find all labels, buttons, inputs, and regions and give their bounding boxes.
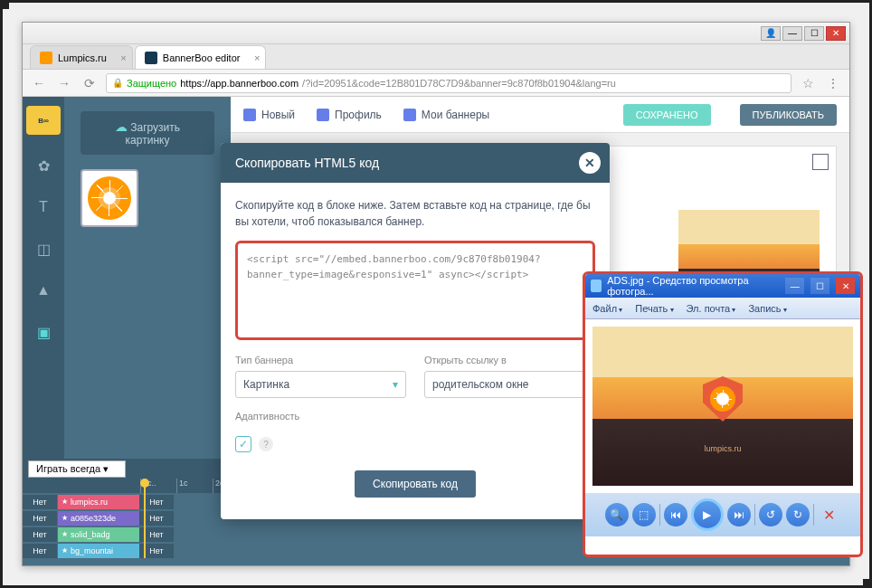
secure-label: Защищено	[127, 78, 176, 89]
tab-bannerboo[interactable]: BannerBoo editor ×	[135, 45, 267, 69]
separator	[754, 504, 755, 526]
url-host: https://app.bannerboo.com	[180, 78, 299, 89]
lock-icon: 🔒	[112, 78, 123, 88]
favicon-icon	[145, 52, 157, 64]
open-link-label: Открыть ссылку в	[424, 355, 595, 365]
top-toolbar: Новый Профиль Мои баннеры СОХРАНЕНО ПУБЛ…	[231, 97, 849, 133]
app-logo[interactable]: B∞	[26, 106, 61, 135]
star-icon: ★	[62, 544, 68, 558]
shape-icon[interactable]: ◫	[33, 238, 54, 260]
image-caption: lumpics.ru	[592, 444, 853, 453]
grid-icon	[403, 109, 416, 121]
star-icon[interactable]: ☆	[799, 74, 817, 92]
menu-file[interactable]: Файл	[592, 303, 622, 314]
copy-code-button[interactable]: Скопировать код	[355, 470, 476, 498]
zoom-out-button[interactable]: 🔍	[605, 503, 629, 526]
person-icon	[317, 109, 329, 121]
viewer-image: lumpics.ru	[592, 327, 853, 486]
star-icon: ★	[62, 495, 68, 509]
open-link-select[interactable]: родительском окне	[424, 371, 595, 398]
menu-email[interactable]: Эл. почта	[687, 303, 736, 314]
settings-icon[interactable]: ✿	[33, 155, 54, 176]
upload-button[interactable]: ☁ Загрузить картинку	[81, 111, 214, 155]
expand-icon[interactable]	[812, 154, 829, 170]
menu-icon[interactable]: ⋮	[824, 74, 842, 92]
rotate-left-button[interactable]: ↺	[759, 503, 782, 526]
code-textarea[interactable]: <script src="//embed.bannerboo.com/9c870…	[235, 241, 595, 340]
browser-tabs: Lumpics.ru × BannerBoo editor ×	[23, 44, 849, 70]
modal-close-button[interactable]: ✕	[579, 152, 601, 174]
publish-button[interactable]: ПУБЛИКОВАТЬ	[740, 104, 837, 126]
next-button[interactable]: ⏭	[727, 503, 751, 526]
star-icon: ★	[62, 527, 68, 542]
saved-button[interactable]: СОХРАНЕНО	[623, 104, 711, 126]
profile-button[interactable]: Профиль	[317, 109, 382, 121]
track-name: ★bg_mountai	[58, 544, 139, 558]
window-titlebar: 👤 — ☐ ✕	[23, 23, 849, 44]
slideshow-button[interactable]: ▶	[691, 498, 724, 531]
address-bar: ← → ⟳ 🔒 Защищено https://app.bannerboo.c…	[23, 70, 849, 97]
modal-title: Скопировать HTML5 код	[235, 156, 379, 170]
orange-icon	[88, 176, 131, 220]
adaptive-label: Адаптивность	[235, 411, 595, 422]
menu-print[interactable]: Печать	[635, 303, 673, 314]
minimize-button[interactable]: —	[785, 278, 804, 294]
person-icon[interactable]: 👤	[761, 26, 781, 41]
delete-button[interactable]: ✕	[818, 503, 841, 526]
copy-code-modal: Скопировать HTML5 код ✕ Скопируйте код в…	[221, 143, 610, 519]
modal-body: Скопируйте код в блоке ниже. Затем встав…	[221, 183, 610, 519]
ruler-tick: 1c	[176, 479, 213, 493]
play-mode-select[interactable]: Играть всегда ▾	[28, 460, 126, 478]
separator	[659, 504, 660, 526]
close-button[interactable]: ✕	[836, 278, 855, 294]
tab-title: Lumpics.ru	[58, 52, 107, 63]
menu-write[interactable]: Запись	[748, 303, 786, 314]
image-thumbnail[interactable]	[81, 169, 138, 227]
tab-lumpics[interactable]: Lumpics.ru ×	[30, 45, 133, 69]
rotate-right-button[interactable]: ↻	[786, 503, 810, 526]
star-icon: ★	[62, 511, 68, 526]
viewer-title: ADS.jpg - Средство просмотра фотогра...	[607, 275, 773, 297]
image-icon[interactable]: ▣	[33, 321, 54, 343]
close-button[interactable]: ✕	[826, 26, 846, 41]
chevron-down-icon: ▾	[393, 378, 398, 391]
track-name: ★lumpics.ru	[58, 495, 139, 509]
upload-text2: картинку	[126, 134, 170, 147]
upload-text1: Загрузить	[130, 121, 180, 134]
paint-icon[interactable]: ▲	[33, 280, 54, 301]
modal-header: Скопировать HTML5 код ✕	[221, 143, 610, 183]
banner-type-select[interactable]: Картинка▾	[235, 371, 406, 398]
playhead-cursor[interactable]	[140, 479, 149, 488]
maximize-button[interactable]: ☐	[804, 26, 824, 41]
url-path: /?id=20951&code=12B801D78C7D9&banner=9c8…	[302, 78, 616, 89]
forward-button[interactable]: →	[55, 74, 73, 92]
maximize-button[interactable]: ☐	[810, 278, 829, 294]
banners-button[interactable]: Мои баннеры	[403, 109, 489, 121]
text-icon[interactable]: T	[33, 196, 54, 218]
prev-button[interactable]: ⏮	[664, 503, 687, 526]
separator	[813, 504, 814, 526]
new-button[interactable]: Новый	[243, 109, 295, 121]
help-icon[interactable]: ?	[259, 437, 273, 451]
modal-description: Скопируйте код в блоке ниже. Затем встав…	[235, 197, 595, 230]
back-button[interactable]: ←	[30, 74, 48, 92]
viewer-menubar: Файл Печать Эл. почта Запись	[585, 298, 860, 319]
shield-badge	[703, 376, 743, 422]
minimize-button[interactable]: —	[782, 26, 802, 41]
tab-close-icon[interactable]: ×	[254, 52, 260, 63]
favicon-icon	[40, 52, 52, 64]
track-name: ★solid_badg	[58, 527, 139, 542]
viewer-toolbar: 🔍 ⬚ ⏮ ▶ ⏭ ↺ ↻ ✕	[585, 493, 860, 536]
url-input[interactable]: 🔒 Защищено https://app.bannerboo.com/?id…	[106, 73, 791, 93]
photo-viewer-window: ADS.jpg - Средство просмотра фотогра... …	[583, 271, 863, 557]
tab-title: BannerBoo editor	[163, 52, 241, 63]
reload-button[interactable]: ⟳	[81, 74, 99, 92]
adaptive-checkbox[interactable]: ✓	[235, 436, 251, 452]
cloud-icon: ☁	[115, 119, 128, 134]
banner-type-label: Тип баннера	[235, 355, 406, 365]
zoom-fit-button[interactable]: ⬚	[632, 503, 656, 526]
viewer-titlebar[interactable]: ADS.jpg - Средство просмотра фотогра... …	[585, 274, 860, 298]
app-icon	[591, 280, 602, 292]
tab-close-icon[interactable]: ×	[120, 52, 126, 63]
plus-icon	[243, 109, 256, 121]
